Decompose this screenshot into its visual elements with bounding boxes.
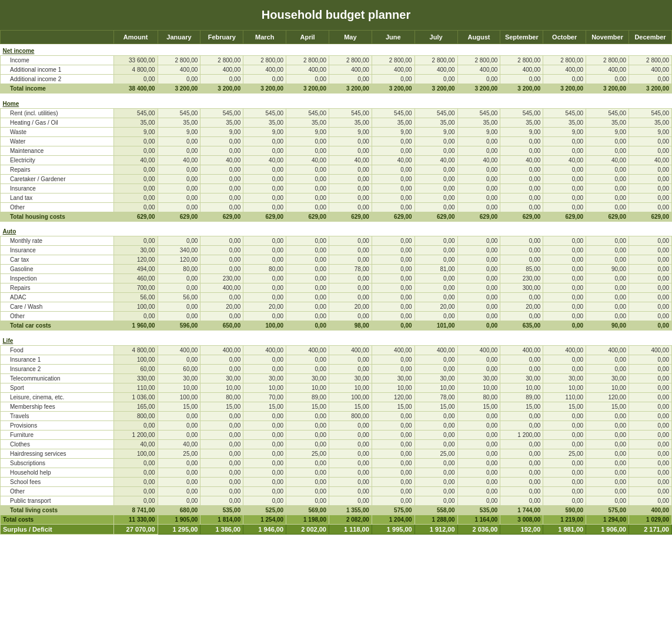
cell-value[interactable]: 56,00 (158, 293, 200, 302)
cell-value[interactable]: 0,00 (628, 283, 671, 293)
grand-total-cell[interactable]: 2 082,00 (329, 515, 372, 524)
cell-value[interactable]: 0,00 (586, 411, 629, 421)
cell-value[interactable]: 629,00 (158, 212, 200, 221)
cell-value[interactable]: 0,00 (158, 496, 200, 505)
grand-total-cell[interactable]: 1 254,00 (243, 515, 286, 524)
cell-value[interactable]: 545,00 (243, 108, 286, 118)
cell-value[interactable]: 0,00 (286, 165, 329, 174)
cell-value[interactable]: 0,00 (243, 274, 286, 283)
cell-value[interactable]: 0,00 (329, 165, 372, 174)
cell-value[interactable]: 0,00 (457, 496, 500, 505)
cell-value[interactable]: 545,00 (414, 108, 457, 118)
cell-value[interactable]: 0,00 (200, 146, 243, 155)
cell-value[interactable]: 0,00 (200, 411, 243, 421)
cell-value[interactable]: 0,00 (158, 274, 200, 283)
cell-value[interactable]: 1 200,00 (500, 430, 543, 439)
cell-value[interactable]: 0,00 (543, 468, 586, 477)
cell-value[interactable]: 0,00 (372, 165, 414, 174)
cell-value[interactable]: 0,00 (286, 411, 329, 421)
cell-value[interactable]: 0,00 (457, 293, 500, 302)
cell-value[interactable]: 0,00 (200, 255, 243, 265)
cell-value[interactable]: 10,00 (286, 383, 329, 392)
cell-value[interactable]: 0,00 (414, 165, 457, 174)
cell-value[interactable]: 0,00 (628, 75, 671, 84)
cell-value[interactable]: 35,00 (200, 118, 243, 127)
grand-total-cell[interactable]: 1 164,00 (457, 515, 500, 524)
cell-value[interactable]: 40,00 (243, 155, 286, 165)
cell-value[interactable]: 85,00 (500, 265, 543, 274)
cell-value[interactable]: 100,00 (158, 392, 200, 402)
cell-value[interactable]: 629,00 (543, 212, 586, 221)
cell-value[interactable]: 35,00 (586, 118, 629, 127)
cell-value[interactable]: 78,00 (414, 392, 457, 402)
cell-value[interactable]: 0,00 (500, 458, 543, 468)
cell-value[interactable]: 0,00 (543, 411, 586, 421)
cell-value[interactable]: 0,00 (113, 477, 158, 486)
cell-value[interactable]: 20,00 (243, 302, 286, 312)
cell-value[interactable]: 0,00 (586, 293, 629, 302)
cell-value[interactable]: 30,00 (372, 373, 414, 383)
cell-value[interactable]: 40,00 (543, 155, 586, 165)
cell-value[interactable]: 0,00 (457, 439, 500, 449)
grand-total-cell[interactable]: 1 198,00 (286, 515, 329, 524)
cell-value[interactable]: 0,00 (243, 449, 286, 458)
cell-value[interactable]: 0,00 (158, 165, 200, 174)
cell-value[interactable]: 4 800,00 (113, 345, 158, 355)
cell-value[interactable]: 545,00 (500, 108, 543, 118)
cell-value[interactable]: 3 200,00 (414, 84, 457, 94)
cell-value[interactable]: 400,00 (543, 345, 586, 355)
cell-value[interactable]: 0,00 (543, 236, 586, 246)
cell-value[interactable]: 0,00 (243, 364, 286, 373)
cell-value[interactable]: 700,00 (113, 283, 158, 293)
cell-value[interactable]: 9,00 (113, 127, 158, 136)
cell-value[interactable]: 35,00 (372, 118, 414, 127)
cell-value[interactable]: 56,00 (113, 293, 158, 302)
cell-value[interactable]: 0,00 (200, 439, 243, 449)
cell-value[interactable]: 0,00 (628, 202, 671, 212)
cell-value[interactable]: 0,00 (286, 486, 329, 496)
cell-value[interactable]: 0,00 (414, 283, 457, 293)
cell-value[interactable]: 0,00 (457, 486, 500, 496)
cell-value[interactable]: 0,00 (457, 246, 500, 255)
cell-value[interactable]: 0,00 (543, 477, 586, 486)
cell-value[interactable]: 0,00 (500, 255, 543, 265)
cell-value[interactable]: 0,00 (543, 355, 586, 364)
cell-value[interactable]: 0,00 (414, 75, 457, 84)
cell-value[interactable]: 0,00 (414, 193, 457, 202)
cell-value[interactable]: 0,00 (543, 183, 586, 193)
cell-value[interactable]: 0,00 (500, 449, 543, 458)
cell-value[interactable]: 3 200,00 (457, 84, 500, 94)
cell-value[interactable]: 400,00 (286, 345, 329, 355)
cell-value[interactable]: 0,00 (286, 193, 329, 202)
cell-value[interactable]: 0,00 (543, 255, 586, 265)
cell-value[interactable]: 0,00 (586, 302, 629, 312)
cell-value[interactable]: 98,00 (329, 321, 372, 331)
cell-value[interactable]: 0,00 (414, 236, 457, 246)
cell-value[interactable]: 9,00 (628, 127, 671, 136)
cell-value[interactable]: 3 200,00 (586, 84, 629, 94)
cell-value[interactable]: 15,00 (200, 402, 243, 411)
cell-value[interactable]: 0,00 (243, 183, 286, 193)
cell-value[interactable]: 0,00 (372, 255, 414, 265)
cell-value[interactable]: 340,00 (158, 246, 200, 255)
cell-value[interactable]: 0,00 (543, 312, 586, 321)
cell-value[interactable]: 0,00 (200, 477, 243, 486)
cell-value[interactable]: 0,00 (286, 136, 329, 146)
cell-value[interactable]: 0,00 (200, 312, 243, 321)
cell-value[interactable]: 0,00 (372, 283, 414, 293)
cell-value[interactable]: 0,00 (457, 183, 500, 193)
cell-value[interactable]: 3 200,00 (543, 84, 586, 94)
grand-total-cell[interactable]: 1 288,00 (414, 515, 457, 524)
cell-value[interactable]: 89,00 (286, 392, 329, 402)
cell-value[interactable]: 0,00 (628, 312, 671, 321)
cell-value[interactable]: 0,00 (586, 193, 629, 202)
cell-value[interactable]: 629,00 (113, 212, 158, 221)
cell-value[interactable]: 0,00 (586, 458, 629, 468)
cell-value[interactable]: 0,00 (586, 468, 629, 477)
cell-value[interactable]: 35,00 (113, 118, 158, 127)
cell-value[interactable]: 10,00 (329, 383, 372, 392)
surplus-cell[interactable]: 2 002,00 (286, 524, 329, 534)
cell-value[interactable]: 9,00 (500, 127, 543, 136)
cell-value[interactable]: 0,00 (628, 486, 671, 496)
cell-value[interactable]: 0,00 (628, 193, 671, 202)
